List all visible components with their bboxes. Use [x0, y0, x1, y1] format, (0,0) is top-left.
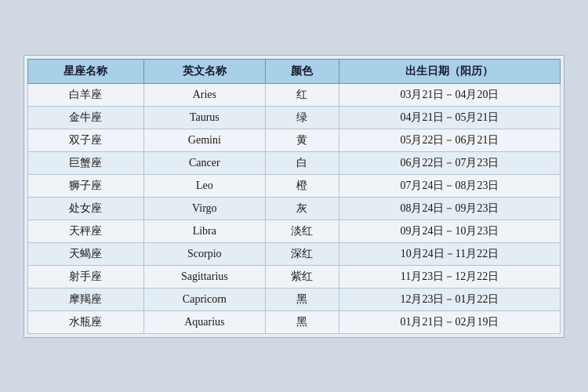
cell-dates: 01月21日－02月19日 [339, 310, 560, 333]
table-row: 双子座Gemini黄05月22日－06月21日 [28, 129, 561, 151]
cell-color: 黑 [265, 288, 339, 310]
table-row: 摩羯座Capricorn黑12月23日－01月22日 [28, 288, 561, 310]
header-english-name: 英文名称 [143, 59, 265, 83]
cell-chinese-name: 双子座 [28, 129, 144, 151]
header-color: 颜色 [265, 59, 339, 83]
zodiac-table-wrapper: 星座名称 英文名称 颜色 出生日期（阳历） 白羊座Aries红03月21日－04… [24, 55, 564, 338]
cell-color: 黄 [265, 129, 339, 151]
cell-english-name: Cancer [143, 151, 265, 174]
cell-dates: 09月24日－10月23日 [339, 220, 560, 242]
cell-english-name: Gemini [143, 129, 265, 151]
cell-color: 绿 [265, 106, 339, 129]
cell-english-name: Virgo [143, 197, 265, 220]
header-dates: 出生日期（阳历） [339, 59, 560, 83]
table-row: 水瓶座Aquarius黑01月21日－02月19日 [28, 310, 561, 333]
table-body: 白羊座Aries红03月21日－04月20日金牛座Taurus绿04月21日－0… [28, 83, 561, 333]
cell-chinese-name: 水瓶座 [28, 310, 144, 333]
cell-color: 白 [265, 151, 339, 174]
cell-dates: 12月23日－01月22日 [339, 288, 560, 310]
zodiac-table: 星座名称 英文名称 颜色 出生日期（阳历） 白羊座Aries红03月21日－04… [27, 59, 561, 334]
cell-dates: 04月21日－05月21日 [339, 106, 560, 129]
cell-chinese-name: 金牛座 [28, 106, 144, 129]
cell-color: 紫红 [265, 265, 339, 288]
table-row: 白羊座Aries红03月21日－04月20日 [28, 83, 561, 106]
cell-chinese-name: 狮子座 [28, 174, 144, 197]
cell-chinese-name: 白羊座 [28, 83, 144, 106]
cell-chinese-name: 射手座 [28, 265, 144, 288]
cell-dates: 06月22日－07月23日 [339, 151, 560, 174]
table-header-row: 星座名称 英文名称 颜色 出生日期（阳历） [28, 59, 561, 83]
cell-chinese-name: 巨蟹座 [28, 151, 144, 174]
cell-dates: 05月22日－06月21日 [339, 129, 560, 151]
cell-dates: 03月21日－04月20日 [339, 83, 560, 106]
cell-chinese-name: 处女座 [28, 197, 144, 220]
cell-english-name: Aries [143, 83, 265, 106]
cell-english-name: Taurus [143, 106, 265, 129]
cell-color: 黑 [265, 310, 339, 333]
cell-color: 橙 [265, 174, 339, 197]
table-row: 天蝎座Scorpio深红10月24日－11月22日 [28, 242, 561, 265]
cell-dates: 07月24日－08月23日 [339, 174, 560, 197]
cell-chinese-name: 天蝎座 [28, 242, 144, 265]
cell-dates: 08月24日－09月23日 [339, 197, 560, 220]
cell-dates: 11月23日－12月22日 [339, 265, 560, 288]
cell-english-name: Scorpio [143, 242, 265, 265]
table-row: 狮子座Leo橙07月24日－08月23日 [28, 174, 561, 197]
cell-color: 深红 [265, 242, 339, 265]
header-chinese-name: 星座名称 [28, 59, 144, 83]
cell-english-name: Aquarius [143, 310, 265, 333]
cell-chinese-name: 摩羯座 [28, 288, 144, 310]
cell-english-name: Sagittarius [143, 265, 265, 288]
cell-english-name: Leo [143, 174, 265, 197]
cell-color: 淡红 [265, 220, 339, 242]
cell-english-name: Capricorn [143, 288, 265, 310]
cell-chinese-name: 天秤座 [28, 220, 144, 242]
table-row: 巨蟹座Cancer白06月22日－07月23日 [28, 151, 561, 174]
cell-color: 灰 [265, 197, 339, 220]
table-row: 金牛座Taurus绿04月21日－05月21日 [28, 106, 561, 129]
table-row: 天秤座Libra淡红09月24日－10月23日 [28, 220, 561, 242]
cell-color: 红 [265, 83, 339, 106]
table-row: 射手座Sagittarius紫红11月23日－12月22日 [28, 265, 561, 288]
table-row: 处女座Virgo灰08月24日－09月23日 [28, 197, 561, 220]
cell-dates: 10月24日－11月22日 [339, 242, 560, 265]
cell-english-name: Libra [143, 220, 265, 242]
